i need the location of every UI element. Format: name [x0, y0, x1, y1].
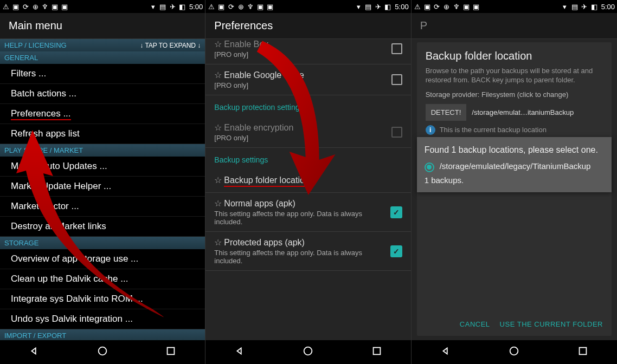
nav-back[interactable]	[234, 345, 246, 359]
nav-back[interactable]	[28, 345, 40, 359]
android-icon: ♆	[247, 3, 254, 10]
item-label: Overview of app storage use ...	[11, 253, 138, 264]
app-bar-title: Preferences	[205, 13, 410, 39]
section-help-label: HELP / LICENSING	[4, 41, 67, 49]
info-row: i This is the current backup location	[426, 125, 603, 135]
sync-icon: ⟳	[22, 3, 29, 10]
checkbox[interactable]	[391, 43, 402, 54]
item-integrate[interactable]: Integrate sys Dalvik into ROM ...	[0, 289, 205, 309]
checkbox-checked[interactable]: ✓	[390, 206, 402, 218]
pref-enable-gdrive[interactable]: ☆Enable Google Drive [PRO only]	[205, 64, 410, 95]
star-icon: ☆	[214, 238, 222, 247]
nav-recent[interactable]	[165, 345, 177, 359]
section-playstore: PLAY STORE / MARKET	[0, 144, 205, 157]
item-filters[interactable]: Filters ...	[0, 64, 205, 84]
item-batch[interactable]: Batch actions ...	[0, 84, 205, 104]
star-icon: ☆	[214, 176, 222, 185]
checkbox-checked[interactable]: ✓	[390, 245, 402, 257]
pref-backup-folder[interactable]: ☆Backup folder location	[205, 170, 410, 193]
dialog-desc: Browse to the path your backups will be …	[426, 67, 603, 85]
use-folder-button[interactable]: USE THE CURRENT FOLDER	[500, 320, 603, 328]
item-update-helper[interactable]: Market Update Helper ...	[0, 177, 205, 197]
star-icon: ☆	[214, 70, 222, 80]
main-menu-body: HELP / LICENSING ↓ TAP TO EXPAND ↓ GENER…	[0, 39, 205, 342]
item-overview[interactable]: Overview of app storage use ...	[0, 249, 205, 269]
battery-icon: ◧	[178, 3, 186, 10]
warning-icon: ⚠	[414, 3, 421, 10]
checkbox[interactable]	[391, 74, 402, 85]
item-destroy[interactable]: Destroy all Market links	[0, 217, 205, 237]
pref-label: Protected apps (apk)	[224, 238, 305, 247]
item-label: Undo sys Dalvik integration ...	[11, 314, 133, 324]
star-icon: ☆	[214, 40, 222, 49]
item-refresh[interactable]: Refresh apps list	[0, 124, 205, 144]
svg-rect-5	[579, 348, 586, 355]
expand-label: ↓ TAP TO EXPAND ↓	[140, 42, 201, 49]
nav-bar	[412, 340, 617, 364]
pref-label: Enable Google Drive	[224, 70, 304, 80]
item-undo[interactable]: Undo sys Dalvik integration ...	[0, 309, 205, 329]
info-text: This is the current backup location	[440, 126, 547, 134]
pref-sub: This setting affects the app only. Data …	[214, 210, 383, 226]
image-icon: ▣	[217, 3, 225, 10]
nav-recent[interactable]	[577, 345, 589, 359]
app-icon: ⊕	[31, 3, 39, 10]
wifi-icon: ▾	[561, 3, 569, 10]
nav-back[interactable]	[440, 345, 452, 359]
item-label: Market Update Helper ...	[11, 181, 111, 191]
app-bar-title: P	[412, 13, 617, 39]
pref-enable-encryption[interactable]: ☆Enable encryption [PRO only]	[205, 117, 410, 148]
app-icon: ⊕	[443, 3, 451, 10]
image-icon: ▣	[12, 3, 20, 10]
preferences-body[interactable]: ☆Enable Box [PRO only] ☆Enable Google Dr…	[205, 39, 410, 340]
pref-label: Backup folder location	[224, 176, 309, 187]
wifi-icon: ▾	[355, 3, 362, 10]
item-preferences[interactable]: Preferences ...	[0, 104, 205, 124]
storage-provider[interactable]: Storage provider: Filesystem (click to c…	[426, 90, 603, 99]
svg-point-2	[304, 347, 312, 355]
item-label: Market Auto Updates ...	[11, 161, 107, 171]
item-cleanup[interactable]: Clean up the Dalvik cache ...	[0, 269, 205, 289]
nav-recent[interactable]	[371, 345, 383, 359]
pref-sub: This setting affects the app only. Data …	[214, 249, 383, 265]
item-label: Filters ...	[11, 68, 46, 79]
detect-button[interactable]: DETECT!	[426, 104, 467, 121]
item-label: Preferences ...	[11, 108, 71, 120]
store-icon: ▣	[256, 3, 264, 10]
nav-bar	[205, 340, 410, 364]
pro-label: [PRO only]	[214, 134, 384, 142]
star-icon: ☆	[214, 123, 222, 132]
popup-message: Found 1 backup locations, please select …	[425, 145, 604, 156]
battery-icon: ◧	[384, 3, 391, 10]
battery-icon: ◧	[590, 3, 598, 10]
pref-enable-box[interactable]: ☆Enable Box [PRO only]	[205, 39, 410, 64]
section-storage: STORAGE	[0, 237, 205, 249]
section-help[interactable]: HELP / LICENSING ↓ TAP TO EXPAND ↓	[0, 39, 205, 51]
cancel-button[interactable]: CANCEL	[460, 320, 490, 328]
item-label: Integrate sys Dalvik into ROM ...	[11, 294, 143, 304]
pref-normal-apps[interactable]: ☆Normal apps (apk) This setting affects …	[205, 193, 410, 232]
pref-protected-apps[interactable]: ☆Protected apps (apk) This setting affec…	[205, 232, 410, 271]
svg-point-4	[510, 347, 518, 355]
current-path: /storage/emulat…itaniumBackup	[472, 108, 574, 116]
nav-home[interactable]	[97, 345, 108, 359]
pref-label: Enable Box	[224, 40, 268, 49]
no-sim-icon: ▤	[571, 3, 579, 10]
radio-option[interactable]: /storage/emulated/legacy/TitaniumBackup	[425, 161, 604, 172]
android-icon: ♆	[453, 3, 460, 10]
no-sim-icon: ▤	[364, 3, 372, 10]
item-doctor[interactable]: Market Doctor ...	[0, 197, 205, 217]
found-locations-popup: Found 1 backup locations, please select …	[417, 137, 612, 192]
status-bar: ⚠ ▣ ⟳ ⊕ ♆ ▣ ▣ ▾ ▤ ✈ ◧ 5:00	[0, 0, 205, 13]
item-label: Refresh apps list	[11, 128, 80, 139]
store2-icon: ▣	[472, 3, 480, 10]
cat-backup: Backup settings	[205, 148, 410, 170]
item-auto-updates[interactable]: Market Auto Updates ...	[0, 157, 205, 177]
no-sim-icon: ▤	[159, 3, 166, 10]
sync-icon: ⟳	[433, 3, 441, 10]
star-icon: ☆	[214, 199, 222, 208]
nav-home[interactable]	[302, 345, 314, 359]
nav-home[interactable]	[508, 345, 520, 359]
status-bar: ⚠ ▣ ⟳ ⊕ ♆ ▣ ▣ ▾ ▤ ✈ ◧ 5:00	[205, 0, 410, 13]
item-label: Market Doctor ...	[11, 201, 79, 211]
